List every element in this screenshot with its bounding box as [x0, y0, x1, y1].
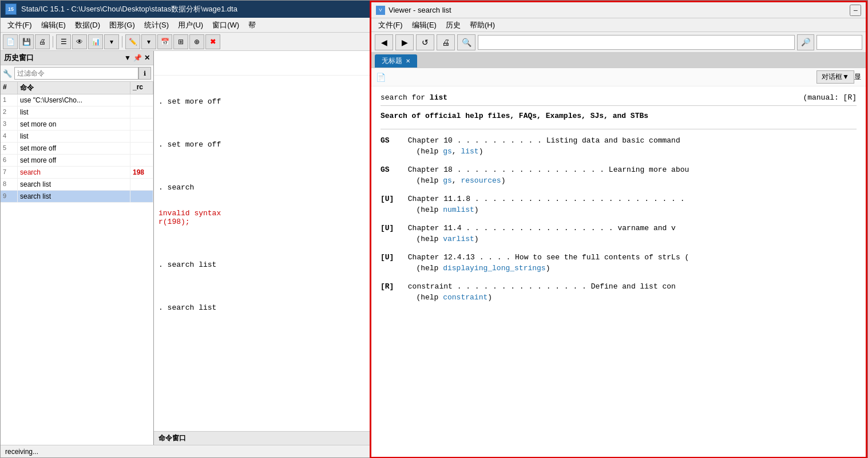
history-row[interactable]: 6 set more off	[1, 155, 153, 167]
search-line: search for list (manual: [R]	[381, 93, 857, 106]
status-text: receiving...	[5, 448, 38, 456]
link-numlist[interactable]: numlist	[443, 206, 474, 214]
tab-label: 无标题	[382, 56, 402, 66]
entry-r-constraint: [R] constraint . . . . . . . . . . . . .…	[381, 281, 857, 303]
content-area: 历史窗口 ▼ 📌 ✕ 🔧 ℹ # 命令 _rc 1	[1, 51, 867, 445]
entry-tag-6: [R]	[381, 281, 403, 293]
new-button[interactable]: 📄	[3, 34, 18, 49]
entry-chapter-1: Chapter 10 . . . . . . . . . . Listing d…	[408, 136, 680, 145]
filter-bar: 🔧 ℹ	[1, 65, 153, 82]
row-cmd-7: search	[18, 167, 130, 178]
history-row[interactable]: 4 list	[1, 131, 153, 143]
menu-window[interactable]: 窗口(W)	[208, 19, 244, 31]
show-text: 显	[854, 72, 861, 82]
row-rc-3	[130, 119, 153, 130]
entry-chapter-2: Chapter 18 . . . . . . . . . . . . . . .…	[408, 165, 689, 174]
viewer-content: search for list (manual: [R] Search of o…	[371, 86, 866, 445]
row-rc-6	[130, 155, 153, 166]
col-cmd: 命令	[18, 82, 130, 94]
col-rc: _rc	[130, 82, 153, 94]
row-rc-8	[130, 179, 153, 190]
eye-button[interactable]: 👁	[72, 34, 87, 49]
pin-icon: 📌	[133, 54, 142, 62]
entry-chapter-3: Chapter 11.1.8 . . . . . . . . . . . . .…	[408, 195, 685, 203]
row-rc-7: 198	[130, 167, 153, 178]
history-row[interactable]: 5 set more off	[1, 143, 153, 155]
app-icon: 15	[5, 3, 17, 15]
row-num-4: 4	[1, 131, 18, 142]
history-title: 历史窗口	[4, 53, 34, 63]
menu-edit[interactable]: 编辑(E)	[37, 19, 70, 31]
row-num-3: 3	[1, 119, 18, 130]
history-row-error[interactable]: 7 search 198	[1, 167, 153, 179]
row-rc-1	[130, 94, 153, 106]
entry-u-1118: [U] Chapter 11.1.8 . . . . . . . . . . .…	[381, 194, 857, 216]
edit-button[interactable]: ✏️	[125, 34, 140, 49]
row-cmd-4: list	[18, 131, 130, 142]
entry-tag-2: GS	[381, 164, 403, 176]
edit2-button[interactable]: ▾	[141, 34, 156, 49]
menu-statistics[interactable]: 统计(S)	[140, 19, 173, 31]
link-resources[interactable]: resources	[461, 176, 501, 185]
view-button[interactable]: ☰	[56, 34, 71, 49]
entry-chapter-6: constraint . . . . . . . . . . . . . . .…	[408, 282, 676, 291]
entry-tag-3: [U]	[381, 194, 403, 205]
row-num-8: 8	[1, 179, 18, 190]
tab-close-icon[interactable]: ✕	[406, 58, 410, 64]
filter-input[interactable]	[14, 67, 138, 80]
entry-u-114: [U] Chapter 11.4 . . . . . . . . . . . .…	[381, 223, 857, 245]
row-num-2: 2	[1, 106, 18, 118]
row-num-6: 6	[1, 155, 18, 166]
history-row[interactable]: 8 search list	[1, 179, 153, 191]
entry-tag-4: [U]	[381, 223, 403, 234]
row-cmd-2: list	[18, 106, 130, 118]
save-button[interactable]: 💾	[19, 34, 34, 49]
link-gs-2[interactable]: gs	[443, 176, 452, 185]
menu-graphics[interactable]: 图形(G)	[105, 19, 140, 31]
dialog-button[interactable]: 对话框▼	[817, 70, 854, 84]
main-window: 15 Stata/IC 15.1 - C:\Users\Chou\Desktop…	[0, 0, 868, 458]
chart2-button[interactable]: ▾	[104, 34, 119, 49]
toolbar-separator-1	[53, 36, 53, 48]
history-header: 历史窗口 ▼ 📌 ✕	[1, 51, 153, 65]
viewer-tab-untitled[interactable]: 无标题 ✕	[375, 54, 417, 68]
menu-data[interactable]: 数据(D)	[70, 19, 105, 31]
content-toolbar: 📄 对话框▼ 显	[371, 68, 866, 86]
toolbar-separator-2	[122, 36, 122, 48]
history-col-headers: # 命令 _rc	[1, 82, 153, 94]
row-rc-9	[130, 191, 153, 202]
close-history-icon[interactable]: ✕	[144, 54, 150, 62]
stop-button[interactable]: ✖	[205, 34, 220, 49]
link-list-1[interactable]: list	[461, 147, 478, 156]
history-row[interactable]: 1 use "C:\Users\Cho...	[1, 94, 153, 106]
row-cmd-8: search list	[18, 179, 130, 190]
menu-user[interactable]: 用户(U)	[173, 19, 208, 31]
history-row-selected[interactable]: 9 search list	[1, 191, 153, 203]
table-button[interactable]: ⊞	[173, 34, 188, 49]
entry-chapter-4: Chapter 11.4 . . . . . . . . . . . . . .…	[408, 224, 676, 232]
link-constraint[interactable]: constraint	[443, 293, 487, 302]
filter-info-icon[interactable]: ℹ	[138, 67, 151, 80]
link-gs-1[interactable]: gs	[443, 147, 452, 156]
chart-button[interactable]: 📊	[88, 34, 103, 49]
history-panel: 历史窗口 ▼ 📌 ✕ 🔧 ℹ # 命令 _rc 1	[1, 51, 154, 445]
search-term: list	[430, 93, 447, 102]
row-cmd-6: set more off	[18, 155, 130, 166]
menu-file[interactable]: 文件(F)	[3, 19, 37, 31]
section-header: Search of official help files, FAQs, Exa…	[381, 110, 857, 122]
history-row[interactable]: 2 list	[1, 106, 153, 119]
entry-u-12413: [U] Chapter 12.4.13 . . . . How to see t…	[381, 252, 857, 274]
entry-gs-10: GS Chapter 10 . . . . . . . . . . Listin…	[381, 135, 857, 157]
calendar-button[interactable]: 📅	[157, 34, 172, 49]
search-manual: (manual: [R]	[803, 93, 857, 102]
entry-tag-5: [U]	[381, 252, 403, 263]
link-displaying-long-strings[interactable]: displaying_long_strings	[443, 264, 545, 273]
link-varlist[interactable]: varlist	[443, 235, 474, 243]
row-num-1: 1	[1, 94, 18, 106]
row-cmd-3: set more on	[18, 119, 130, 130]
entry-gs-18: GS Chapter 18 . . . . . . . . . . . . . …	[381, 164, 857, 187]
history-row[interactable]: 3 set more on	[1, 119, 153, 131]
print-button[interactable]: 🖨	[35, 34, 50, 49]
menu-help[interactable]: 帮	[244, 19, 260, 31]
down-button[interactable]: ⊕	[189, 34, 204, 49]
